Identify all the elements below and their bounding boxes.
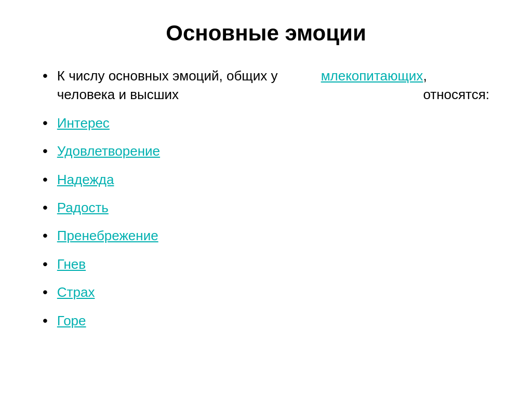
- list-item: Радость: [43, 198, 489, 217]
- mammals-link[interactable]: млекопитающих: [321, 66, 423, 85]
- main-content: Основные эмоции К числу основных эмоций,…: [43, 21, 489, 339]
- list-item: Горе: [43, 311, 489, 330]
- list-item: Страх: [43, 283, 489, 301]
- list-item: Пренебрежение: [43, 226, 489, 245]
- emotion-link-gore[interactable]: Горе: [57, 311, 86, 330]
- intro-text-before: К числу основных эмоций, общих у человек…: [57, 66, 321, 104]
- emotions-list: К числу основных эмоций, общих у человек…: [43, 66, 489, 330]
- intro-item: К числу основных эмоций, общих у человек…: [43, 66, 489, 104]
- emotion-link-interes[interactable]: Интерес: [57, 114, 110, 132]
- list-item: Удовлетворение: [43, 142, 489, 160]
- list-item: Интерес: [43, 114, 489, 132]
- emotion-link-prenebrezenie[interactable]: Пренебрежение: [57, 226, 158, 245]
- list-item: Надежда: [43, 170, 489, 189]
- emotion-link-gnev[interactable]: Гнев: [57, 255, 86, 273]
- page-title: Основные эмоции: [43, 21, 489, 46]
- list-item: Гнев: [43, 255, 489, 273]
- emotion-link-radost[interactable]: Радость: [57, 198, 109, 217]
- emotion-link-nadezhda[interactable]: Надежда: [57, 170, 114, 189]
- emotion-link-strakh[interactable]: Страх: [57, 283, 95, 301]
- intro-text-after: , относятся:: [423, 66, 489, 104]
- emotion-link-udovletvorenie[interactable]: Удовлетворение: [57, 142, 160, 160]
